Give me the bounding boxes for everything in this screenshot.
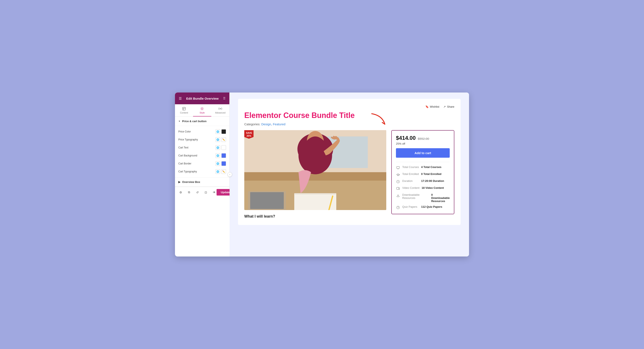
- price-color-label: Price Color: [178, 130, 214, 133]
- total-courses-icon: [396, 166, 400, 170]
- cart-bg-swatch[interactable]: [222, 153, 226, 158]
- main-content: 🔖 Wishlist ↗ Share Elementor Course Bund…: [230, 93, 469, 256]
- price-cart-section-body: Price Color 🌐 Price Typography 🌐 ✏️: [175, 126, 229, 177]
- stat-row-quiz-papers: Quiz Papers 112 Quiz Papers: [396, 205, 450, 210]
- categories-links[interactable]: Design, Featured: [261, 122, 286, 126]
- tab-style[interactable]: Style: [193, 104, 211, 117]
- downloadable-label: Downloadable Resources: [402, 193, 429, 200]
- cart-bg-globe[interactable]: 🌐: [216, 153, 220, 158]
- quiz-papers-value: 112 Quiz Papers: [421, 205, 450, 208]
- downloadable-icon: [396, 193, 400, 198]
- history-icon[interactable]: ↺: [195, 190, 200, 195]
- price-row: $414.00 $552.00: [396, 135, 450, 141]
- price-card: $414.00 $552.00 25% off Add to cart: [391, 130, 454, 214]
- course-body: SAVE 25%: [244, 130, 454, 219]
- price-color-globe[interactable]: 🌐: [216, 129, 220, 134]
- panel-title: Edit Bundle Overview: [186, 97, 218, 100]
- svg-rect-11: [250, 192, 284, 209]
- hamburger-icon[interactable]: ☰: [179, 97, 182, 101]
- sidebar: ☰ Edit Bundle Overview ⠿ Content: [175, 93, 230, 198]
- overview-box-label: Overview Box: [182, 180, 200, 184]
- video-content-icon: [396, 186, 400, 191]
- svg-rect-0: [182, 107, 186, 110]
- course-categories: Categories: Design, Featured: [244, 122, 454, 126]
- categories-label: Categories:: [244, 122, 260, 126]
- sidebar-footer: ⚙ ⧉ ↺ ⊡ 👁 Update ▲: [175, 187, 229, 198]
- video-content-value: 18 Video Content: [422, 186, 450, 189]
- style-tab-label: Style: [200, 111, 204, 114]
- price-typography-pen[interactable]: ✏️: [222, 137, 226, 142]
- cart-border-row: Cart Border 🌐: [175, 160, 229, 168]
- sidebar-content: ▼ Price & cart button Price Color 🌐: [175, 117, 229, 187]
- share-button[interactable]: ↗ Share: [444, 105, 454, 108]
- section-arrow-down: ▼: [178, 120, 180, 122]
- price-cart-section-header[interactable]: ▼ Price & cart button: [175, 117, 229, 126]
- duration-value: 17:20:00 Duration: [421, 179, 450, 182]
- course-top-bar: 🔖 Wishlist ↗ Share: [244, 105, 454, 108]
- cart-background-row: Cart Background 🌐: [175, 152, 229, 160]
- content-tab-label: Content: [180, 111, 188, 114]
- tab-advanced[interactable]: Advanced: [211, 104, 229, 117]
- advanced-tab-icon: [218, 107, 222, 111]
- overview-box-section[interactable]: ▶ Overview Box: [175, 177, 229, 187]
- wishlist-button[interactable]: 🔖 Wishlist: [425, 105, 440, 108]
- stat-row-video-content: Video Content 18 Video Content: [396, 186, 450, 191]
- price-typography-globe[interactable]: 🌐: [216, 137, 220, 142]
- tab-content[interactable]: Content: [175, 104, 193, 117]
- wishlist-label: Wishlist: [430, 105, 440, 108]
- update-label: Update: [221, 191, 230, 194]
- sidebar-header: ☰ Edit Bundle Overview ⠿: [175, 93, 229, 104]
- total-enrolled-value: 0 Total Enrolled: [421, 172, 450, 176]
- browser-window: ☰ Edit Bundle Overview ⠿ Content: [175, 93, 469, 256]
- cart-border-swatch[interactable]: [222, 161, 226, 166]
- preview-icon[interactable]: 👁: [212, 190, 216, 195]
- price-original: $552.00: [418, 137, 429, 140]
- video-content-label: Video Content: [402, 186, 420, 189]
- add-to-cart-button[interactable]: Add to cart: [396, 148, 450, 158]
- save-badge-line1: SAVE: [246, 131, 252, 134]
- cart-typography-globe[interactable]: 🌐: [216, 169, 220, 174]
- price-cart-label: Price & cart button: [182, 120, 206, 123]
- cart-typography-label: Cart Typography: [178, 170, 214, 173]
- cart-typography-pen[interactable]: ✏️: [222, 169, 226, 174]
- grid-icon[interactable]: ⠿: [223, 97, 226, 101]
- price-typography-row: Price Typography 🌐 ✏️: [175, 136, 229, 144]
- stat-row-downloadable: Downloadable Resources 0 Downloadable Re…: [396, 193, 450, 203]
- total-enrolled-icon: [396, 173, 400, 177]
- downloadable-value: 0 Downloadable Resources: [431, 193, 450, 203]
- stat-row-total-courses: Total Courses 4 Total Courses: [396, 165, 450, 170]
- quiz-papers-label: Quiz Papers: [402, 205, 419, 208]
- sidebar-tabs: Content Style Advanced: [175, 104, 229, 117]
- cart-text-globe[interactable]: 🌐: [216, 145, 220, 150]
- style-tab-icon: [200, 107, 204, 111]
- duration-icon: [396, 180, 400, 184]
- price-card-divider: [396, 162, 450, 162]
- svg-rect-21: [295, 194, 336, 194]
- cart-background-controls: 🌐: [216, 153, 226, 158]
- cart-background-label: Cart Background: [178, 154, 214, 157]
- cart-text-label: Cart Text: [178, 146, 214, 149]
- save-badge-line2: 25%: [246, 134, 252, 137]
- stat-row-total-enrolled: Total Enrolled 0 Total Enrolled: [396, 172, 450, 177]
- cart-typography-row: Cart Typography 🌐 ✏️: [175, 168, 229, 176]
- stat-row-duration: Duration 17:20:00 Duration: [396, 179, 450, 184]
- wishlist-icon: 🔖: [425, 105, 429, 108]
- total-courses-value: 4 Total Courses: [421, 165, 450, 169]
- settings-icon[interactable]: ⚙: [178, 190, 183, 195]
- content-tab-icon: [182, 107, 186, 111]
- price-typography-label: Price Typography: [178, 138, 214, 141]
- layers-icon[interactable]: ⧉: [187, 190, 191, 195]
- responsive-icon[interactable]: ⊡: [204, 190, 208, 195]
- svg-point-4: [220, 108, 221, 109]
- collapse-handle[interactable]: ‹: [228, 172, 232, 177]
- sidebar-wrapper: ☰ Edit Bundle Overview ⠿ Content: [175, 93, 230, 256]
- price-discount: 25% off: [396, 142, 450, 145]
- course-page: 🔖 Wishlist ↗ Share Elementor Course Bund…: [238, 99, 461, 225]
- overview-arrow: ▶: [178, 180, 180, 184]
- cart-typography-controls: 🌐 ✏️: [216, 169, 226, 174]
- cart-text-swatch[interactable]: [222, 145, 226, 150]
- price-color-swatch[interactable]: [222, 129, 226, 134]
- cart-border-globe[interactable]: 🌐: [216, 161, 220, 166]
- svg-point-3: [202, 108, 203, 110]
- course-image: [244, 130, 386, 210]
